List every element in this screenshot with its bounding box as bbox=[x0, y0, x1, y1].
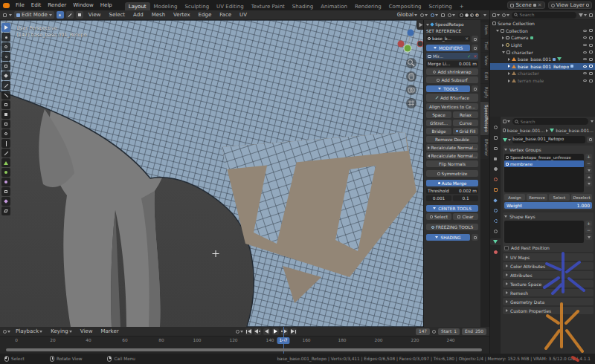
tool-spin[interactable] bbox=[1, 168, 10, 177]
next-keyframe-button[interactable] bbox=[281, 328, 288, 335]
tool-move[interactable] bbox=[1, 42, 10, 51]
properties-search[interactable] bbox=[512, 118, 588, 125]
panel-geometry-data[interactable]: Geometry Data bbox=[503, 298, 594, 305]
timeline-ruler[interactable]: 0 20 40 60 80 100 120 140 160 180 200 22… bbox=[0, 337, 489, 347]
outliner-row-base-base-001-retopo[interactable]: base_base.001_Retopo bbox=[490, 63, 595, 71]
tab-texture-paint[interactable]: Texture Paint bbox=[248, 2, 289, 10]
new-scene-icon[interactable] bbox=[533, 4, 536, 7]
tool-shear[interactable] bbox=[1, 207, 10, 215]
tool-measure[interactable] bbox=[1, 91, 10, 100]
tab-scene[interactable] bbox=[490, 166, 501, 172]
material-shading-icon[interactable] bbox=[470, 13, 474, 17]
menu-playback[interactable]: Playback bbox=[13, 328, 45, 334]
recalculate-normals-outside-button[interactable]: Recalculate Normal... bbox=[426, 144, 478, 151]
hide-icon[interactable] bbox=[583, 30, 587, 32]
panel-color-attributes[interactable]: Color Attributes bbox=[503, 262, 594, 270]
gstretch-button[interactable]: GStret... bbox=[426, 120, 451, 126]
sidebar-tab-speedretopo[interactable]: SpeedRetopo bbox=[480, 102, 489, 135]
expand-caret-icon[interactable] bbox=[496, 30, 499, 32]
shading-extra-button[interactable] bbox=[472, 234, 478, 241]
blender-logo-icon[interactable] bbox=[3, 3, 10, 8]
tab-animation[interactable]: Animation bbox=[317, 2, 351, 10]
timeline-editor-type[interactable] bbox=[3, 330, 10, 334]
proportional-edit-dropdown[interactable] bbox=[431, 13, 438, 17]
hide-icon[interactable] bbox=[583, 44, 587, 46]
remove-double-button[interactable]: Remove Double bbox=[426, 136, 478, 143]
outliner-row-base-base-001[interactable]: base_base.001 bbox=[490, 56, 595, 63]
menu-edit[interactable]: Edit bbox=[28, 2, 45, 8]
expand-caret-icon[interactable] bbox=[502, 36, 504, 39]
tab-physics[interactable] bbox=[490, 218, 501, 224]
tool-add-cube[interactable] bbox=[1, 100, 10, 109]
menu-edge[interactable]: Edge bbox=[196, 12, 215, 18]
freezing-tools-button[interactable]: FREEZING TOOLS bbox=[426, 224, 478, 230]
expand-caret-icon[interactable] bbox=[508, 65, 510, 68]
tools-header[interactable]: TOOLS bbox=[426, 85, 470, 92]
modifiers-header[interactable]: MODIFIERS bbox=[426, 45, 470, 51]
menu-face[interactable]: Face bbox=[216, 12, 234, 18]
tab-material[interactable] bbox=[490, 249, 501, 256]
tool-scale[interactable] bbox=[1, 62, 10, 71]
tab-render[interactable] bbox=[490, 134, 501, 141]
outliner-row-character-collection[interactable]: character bbox=[490, 48, 595, 56]
tool-edge-slide[interactable] bbox=[1, 187, 10, 196]
move-group-down-button[interactable] bbox=[585, 181, 592, 186]
orientation-dropdown[interactable]: Global bbox=[397, 12, 417, 18]
vertex-groups-header[interactable]: Vertex Groups bbox=[504, 147, 592, 152]
curve-button[interactable]: Curve bbox=[453, 120, 478, 126]
start-frame-field[interactable]: Start1 bbox=[438, 328, 460, 335]
remove-group-button[interactable]: − bbox=[585, 160, 592, 166]
menu-render[interactable]: Render bbox=[45, 2, 69, 8]
tab-compositing[interactable]: Compositing bbox=[385, 2, 425, 10]
panel-remesh[interactable]: Remesh bbox=[503, 289, 594, 296]
rendered-shading-icon[interactable] bbox=[475, 13, 479, 17]
add-rest-position-checkbox[interactable] bbox=[504, 246, 509, 250]
outliner-row-light[interactable]: Light bbox=[490, 42, 595, 49]
menu-marker[interactable]: Marker bbox=[97, 328, 121, 334]
menu-view[interactable]: View bbox=[86, 12, 104, 18]
jump-to-end-button[interactable] bbox=[290, 328, 297, 335]
data-name-field[interactable]: base_base.001_Retopo bbox=[512, 136, 585, 143]
mirror-modifier-row[interactable]: Mir... ✓✕ bbox=[426, 53, 478, 59]
shading-dropdown-caret-icon[interactable] bbox=[483, 14, 486, 16]
add-workspace-button[interactable]: + bbox=[456, 2, 468, 10]
menu-uv[interactable]: UV bbox=[237, 12, 250, 18]
face-select-button[interactable] bbox=[76, 11, 83, 19]
expand-caret-icon[interactable] bbox=[502, 51, 505, 53]
tool-smooth[interactable] bbox=[1, 178, 10, 186]
tab-constraints[interactable] bbox=[490, 228, 501, 235]
tab-world[interactable] bbox=[490, 176, 501, 183]
merge-limit-field[interactable]: Merge Li...0.001 m bbox=[426, 61, 478, 67]
reference-object-field[interactable]: base_b... ✕ bbox=[426, 36, 470, 42]
tool-rotate[interactable] bbox=[1, 52, 10, 61]
clear-reference-icon[interactable]: ✕ bbox=[465, 36, 469, 41]
sidebar-tab-rigify[interactable]: Rigify bbox=[480, 84, 489, 101]
outliner-search-input[interactable] bbox=[519, 13, 574, 17]
expand-caret-icon[interactable] bbox=[508, 79, 510, 82]
flip-normals-button[interactable]: Flip Normals bbox=[426, 160, 478, 167]
menu-select[interactable]: Select bbox=[106, 12, 128, 18]
sidebar-tab-tool[interactable]: Tool bbox=[480, 39, 489, 53]
hide-icon[interactable] bbox=[583, 79, 587, 82]
hide-icon[interactable] bbox=[583, 72, 587, 74]
expand-caret-icon[interactable] bbox=[508, 58, 510, 61]
end-frame-field[interactable]: End250 bbox=[462, 328, 486, 335]
shape-keys-header[interactable]: Shape Keys bbox=[504, 214, 592, 219]
center-tools-header[interactable]: CENTER TOOLS bbox=[426, 205, 478, 212]
current-frame-field[interactable]: 147 bbox=[416, 328, 430, 335]
sidebar-tab-item[interactable]: Item bbox=[480, 22, 489, 38]
tab-modeling[interactable]: Modeling bbox=[150, 2, 181, 10]
mode-dropdown[interactable]: Edit Mode bbox=[14, 11, 54, 19]
tab-particles[interactable] bbox=[490, 207, 501, 214]
group-specials-button[interactable] bbox=[585, 167, 592, 173]
camera-restrict-icon[interactable] bbox=[589, 44, 593, 47]
outliner-row-terran-male[interactable]: terran male bbox=[490, 77, 595, 85]
deselect-button[interactable]: Deselect bbox=[571, 194, 592, 201]
camera-restrict-icon[interactable] bbox=[589, 58, 593, 61]
view-layer-selector[interactable]: View Layer bbox=[548, 1, 592, 9]
menu-mesh[interactable]: Mesh bbox=[149, 12, 168, 18]
timeline-scrollbar[interactable] bbox=[6, 348, 482, 351]
outliner-search[interactable] bbox=[512, 12, 576, 19]
vertex-group-item-selected[interactable]: membrane bbox=[504, 160, 584, 167]
center-clear-button[interactable]: Clear bbox=[453, 213, 478, 220]
